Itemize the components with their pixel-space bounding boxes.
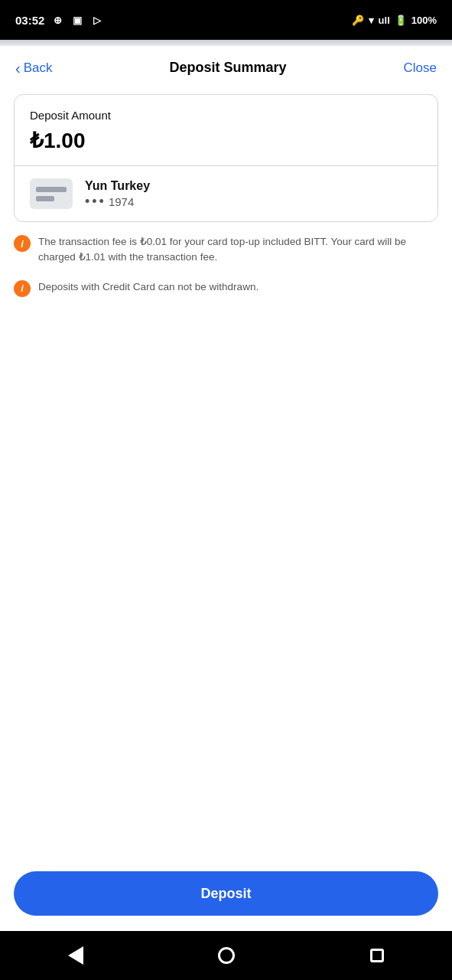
back-nav-icon <box>68 946 83 965</box>
gradient-bar <box>0 40 452 46</box>
credit-card-info-text: Deposits with Credit Card can not be wit… <box>38 279 438 295</box>
bottom-navigation <box>0 931 452 980</box>
recent-nav-icon <box>370 949 384 962</box>
content-spacer <box>0 311 452 860</box>
status-time: 03:52 ⊕ ▣ ▷ <box>15 13 104 27</box>
status-indicators: 🔑 ▾ ull 🔋 100% <box>352 15 437 26</box>
deposit-amount-value: ₺1.00 <box>30 128 422 153</box>
fee-info-text: The transaction fee is ₺0.01 for your ca… <box>38 234 438 266</box>
back-label: Back <box>24 60 53 76</box>
key-icon: 🔑 <box>352 15 364 26</box>
card-line-top <box>36 187 67 192</box>
home-nav-button[interactable] <box>211 940 242 971</box>
deposit-summary-card: Deposit Amount ₺1.00 Yun Turkey ••• 1974 <box>14 94 438 222</box>
card-info-block: Yun Turkey ••• 1974 <box>15 166 437 221</box>
battery-icon: 🔋 <box>395 15 407 26</box>
card-name: Yun Turkey <box>85 179 150 193</box>
page-title: Deposit Summary <box>169 60 286 76</box>
signal-icon: ull <box>379 15 390 26</box>
card-last-digits: 1974 <box>109 195 134 208</box>
card-dots: ••• <box>85 194 106 208</box>
info-icon-1: i <box>14 235 31 252</box>
navigation-header: ‹ Back Deposit Summary Close <box>0 46 452 88</box>
main-content: ‹ Back Deposit Summary Close Deposit Amo… <box>0 46 452 931</box>
card-line-bottom <box>36 196 54 201</box>
info-messages-section: i The transaction fee is ₺0.01 for your … <box>0 234 452 311</box>
play-icon: ▷ <box>90 13 104 27</box>
battery-percentage: 100% <box>411 15 437 26</box>
card-number: ••• 1974 <box>85 194 150 208</box>
recent-nav-button[interactable] <box>362 940 392 971</box>
card-icon <box>30 178 73 209</box>
home-nav-icon <box>218 947 235 964</box>
card-details: Yun Turkey ••• 1974 <box>85 179 150 208</box>
wifi-icon: ▾ <box>369 15 374 26</box>
lock-icon: ⊕ <box>50 13 64 27</box>
time-display: 03:52 <box>15 14 44 27</box>
close-button[interactable]: Close <box>404 60 437 76</box>
credit-card-info-item: i Deposits with Credit Card can not be w… <box>14 279 438 297</box>
deposit-button-wrapper: Deposit <box>0 859 452 931</box>
chevron-left-icon: ‹ <box>15 60 21 76</box>
back-button[interactable]: ‹ Back <box>15 60 52 76</box>
deposit-amount-block: Deposit Amount ₺1.00 <box>15 95 437 166</box>
deposit-button[interactable]: Deposit <box>14 871 438 916</box>
back-nav-button[interactable] <box>60 940 91 971</box>
info-icon-2: i <box>14 280 31 297</box>
deposit-amount-label: Deposit Amount <box>30 109 422 122</box>
status-bar: 03:52 ⊕ ▣ ▷ 🔑 ▾ ull 🔋 100% <box>0 0 452 40</box>
phone-icon: ▣ <box>70 13 84 27</box>
fee-info-item: i The transaction fee is ₺0.01 for your … <box>14 234 438 266</box>
credit-card-illustration <box>30 182 73 206</box>
deposit-button-label: Deposit <box>200 886 251 902</box>
